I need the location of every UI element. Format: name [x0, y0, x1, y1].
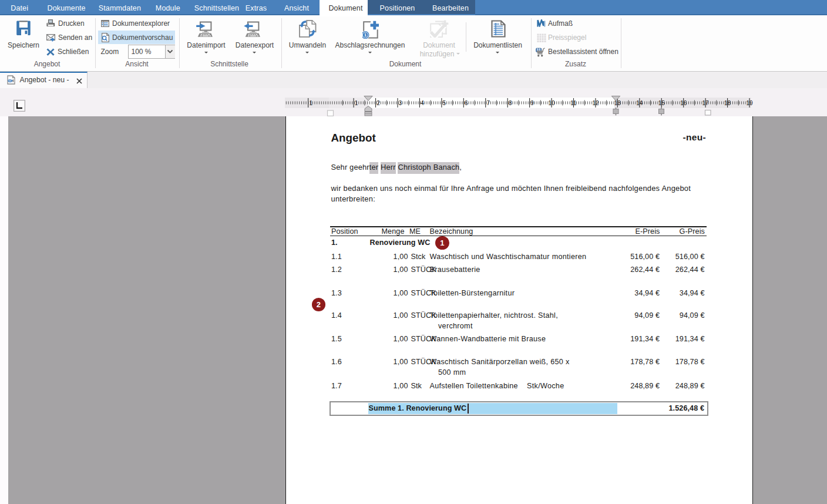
svg-text:8: 8: [509, 100, 512, 106]
svg-text:2: 2: [376, 100, 380, 106]
svg-text:7: 7: [486, 100, 490, 106]
svg-text:15: 15: [658, 100, 665, 106]
svg-text:11: 11: [570, 100, 577, 106]
svg-text:19: 19: [746, 100, 753, 106]
svg-text:16: 16: [680, 100, 687, 106]
svg-text:9: 9: [530, 100, 534, 106]
svg-text:6: 6: [465, 100, 468, 106]
svg-text:10: 10: [548, 100, 555, 106]
svg-text:14: 14: [636, 100, 643, 106]
svg-text:3: 3: [399, 100, 402, 106]
svg-text:4: 4: [421, 100, 424, 106]
svg-text:1: 1: [364, 32, 367, 38]
svg-text:5: 5: [443, 100, 446, 106]
svg-text:18: 18: [724, 100, 731, 106]
svg-text:17: 17: [702, 100, 710, 106]
svg-text:1: 1: [309, 100, 312, 106]
svg-text:12: 12: [592, 100, 599, 106]
svg-text:1: 1: [355, 100, 358, 106]
